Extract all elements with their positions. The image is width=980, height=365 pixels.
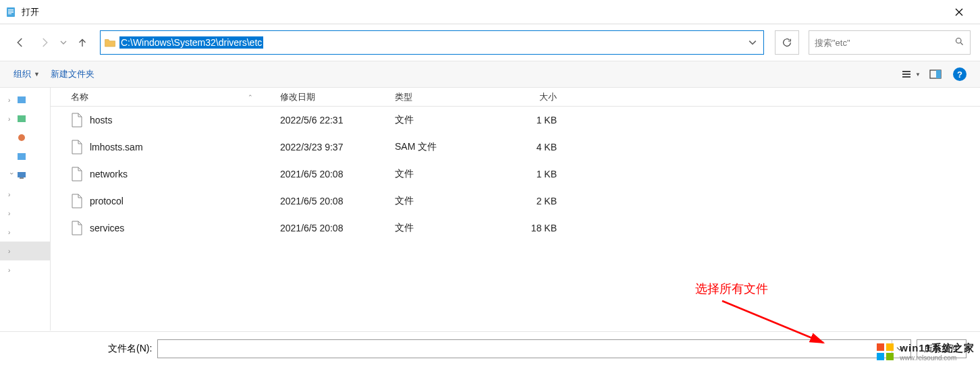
- chevron-down-icon: ▼: [34, 71, 40, 78]
- file-date: 2022/3/23 9:37: [280, 142, 395, 152]
- svg-rect-14: [18, 153, 26, 160]
- svg-rect-12: [18, 115, 26, 122]
- tree-item[interactable]: ›: [0, 223, 50, 242]
- file-name: protocol: [90, 196, 124, 206]
- drive-icon: [18, 134, 26, 142]
- svg-rect-18: [877, 343, 884, 351]
- organize-menu[interactable]: 组织 ▼: [8, 65, 45, 83]
- file-date: 2022/5/6 22:31: [280, 115, 395, 125]
- svg-rect-6: [902, 71, 910, 72]
- file-type: 文件: [395, 168, 496, 180]
- file-name: networks: [90, 169, 128, 179]
- file-icon: [71, 140, 83, 155]
- svg-rect-20: [877, 353, 884, 360]
- window-title: 打开: [22, 6, 944, 18]
- file-icon: [71, 167, 83, 181]
- svg-rect-3: [8, 12, 13, 13]
- close-button[interactable]: [944, 0, 975, 24]
- organize-label: 组织: [13, 68, 31, 80]
- file-row[interactable]: protocol2021/6/5 20:08文件2 KB: [51, 188, 980, 215]
- column-header-type[interactable]: 类型: [395, 91, 496, 103]
- svg-rect-7: [902, 74, 910, 75]
- nav-history-chevron[interactable]: [58, 32, 69, 53]
- nav-tree[interactable]: › › › › › › › ›: [0, 88, 51, 331]
- svg-line-17: [722, 301, 823, 343]
- view-options-button[interactable]: ▼: [900, 65, 922, 84]
- file-size: 1 KB: [496, 115, 564, 125]
- tree-item[interactable]: ›: [0, 109, 50, 128]
- folder-icon: [101, 36, 119, 49]
- svg-rect-16: [20, 177, 24, 179]
- refresh-button[interactable]: [775, 30, 799, 55]
- notepad-icon: [5, 7, 16, 18]
- nav-back-button[interactable]: [9, 32, 31, 53]
- watermark-title: win11系统之家: [900, 342, 975, 354]
- file-date: 2021/6/5 20:08: [280, 169, 395, 179]
- tree-item[interactable]: ›: [0, 166, 50, 185]
- svg-point-13: [18, 134, 25, 141]
- drive-icon: [18, 152, 26, 161]
- svg-rect-4: [8, 13, 11, 14]
- column-header-name[interactable]: 名称⌃: [71, 91, 280, 103]
- tree-item[interactable]: ›: [0, 242, 50, 260]
- svg-rect-15: [18, 172, 26, 177]
- new-folder-button[interactable]: 新建文件夹: [45, 65, 100, 83]
- svg-rect-1: [8, 9, 13, 10]
- address-path[interactable]: C:\Windows\System32\drivers\etc: [119, 36, 742, 49]
- file-type: 文件: [395, 222, 496, 234]
- drive-icon: [18, 96, 26, 104]
- svg-rect-19: [886, 343, 894, 351]
- file-name: hosts: [90, 115, 112, 125]
- file-icon: [71, 113, 83, 128]
- file-row[interactable]: lmhosts.sam2022/3/23 9:37SAM 文件4 KB: [51, 134, 980, 161]
- nav-forward-button[interactable]: [34, 32, 55, 53]
- column-headers[interactable]: 名称⌃ 修改日期 类型 大小: [51, 88, 980, 107]
- address-dropdown-chevron[interactable]: [742, 38, 763, 47]
- sort-indicator-icon: ⌃: [248, 94, 253, 101]
- tree-item[interactable]: ›: [0, 204, 50, 223]
- file-type: SAM 文件: [395, 141, 496, 153]
- search-icon: [954, 36, 964, 49]
- main-area: › › › › › › › › 名称⌃ 修改日期 类型 大小 hosts2022…: [0, 88, 980, 331]
- tree-item[interactable]: ›: [0, 90, 50, 109]
- file-size: 4 KB: [496, 142, 564, 152]
- file-row[interactable]: services2021/6/5 20:08文件18 KB: [51, 215, 980, 242]
- file-row[interactable]: hosts2022/5/6 22:31文件1 KB: [51, 107, 980, 134]
- titlebar: 打开: [0, 0, 980, 24]
- column-header-size[interactable]: 大小: [496, 91, 564, 103]
- watermark-url: www.relsound.com: [900, 354, 975, 362]
- help-button[interactable]: ?: [949, 65, 971, 84]
- column-header-date[interactable]: 修改日期: [280, 91, 395, 103]
- preview-pane-button[interactable]: [925, 65, 946, 84]
- svg-point-5: [956, 38, 962, 44]
- svg-rect-21: [886, 353, 894, 360]
- file-size: 18 KB: [496, 223, 564, 233]
- tree-item[interactable]: ›: [0, 185, 50, 204]
- svg-rect-11: [18, 96, 26, 103]
- filename-label: 文件名(N):: [108, 343, 152, 355]
- file-type: 文件: [395, 114, 496, 126]
- tree-item[interactable]: [0, 279, 50, 298]
- file-name: lmhosts.sam: [90, 142, 143, 152]
- help-icon: ?: [953, 67, 967, 81]
- file-type: 文件: [395, 195, 496, 207]
- watermark-logo-icon: [875, 342, 896, 362]
- tree-item[interactable]: ›: [0, 260, 50, 279]
- file-size: 1 KB: [496, 169, 564, 179]
- search-box[interactable]: [809, 30, 971, 55]
- tree-item[interactable]: [0, 147, 50, 166]
- pc-icon: [18, 171, 26, 179]
- file-icon: [71, 221, 83, 235]
- file-list: 名称⌃ 修改日期 类型 大小 hosts2022/5/6 22:31文件1 KB…: [51, 88, 980, 331]
- nav-up-button[interactable]: [72, 32, 93, 53]
- drive-icon: [18, 115, 26, 123]
- file-name: services: [90, 223, 124, 233]
- tree-item[interactable]: [0, 128, 50, 147]
- file-row[interactable]: networks2021/6/5 20:08文件1 KB: [51, 161, 980, 188]
- search-input[interactable]: [815, 38, 954, 48]
- address-bar[interactable]: C:\Windows\System32\drivers\etc: [100, 30, 764, 55]
- svg-rect-10: [936, 70, 941, 78]
- file-size: 2 KB: [496, 196, 564, 206]
- watermark: win11系统之家 www.relsound.com: [875, 342, 975, 362]
- annotation-text: 选择所有文件: [695, 281, 768, 297]
